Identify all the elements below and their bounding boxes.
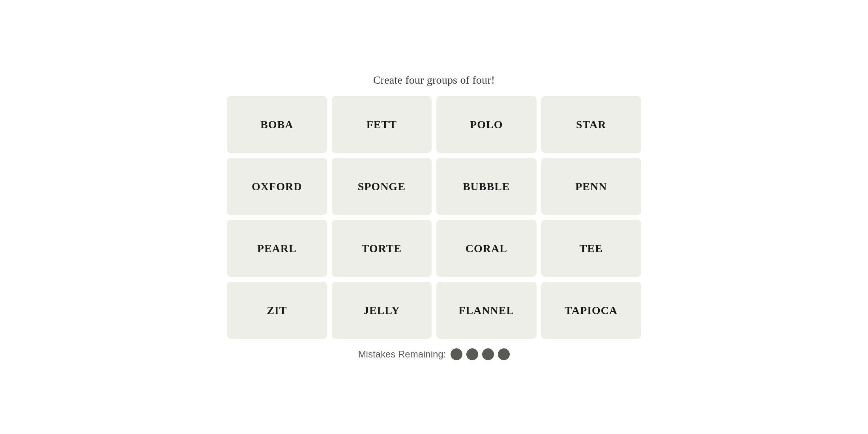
mistakes-row: Mistakes Remaining: xyxy=(358,348,510,360)
tile-boba[interactable]: BOBA xyxy=(227,96,327,153)
tile-bubble[interactable]: BUBBLE xyxy=(436,158,537,215)
tile-penn[interactable]: PENN xyxy=(541,158,642,215)
tile-grid: BOBAFETTPOLOSTAROXFORDSPONGEBUBBLEPENNPE… xyxy=(227,96,641,339)
tile-zit[interactable]: ZIT xyxy=(227,282,327,339)
tile-label-star: STAR xyxy=(576,118,606,131)
tile-oxford[interactable]: OXFORD xyxy=(227,158,327,215)
mistake-dot-3 xyxy=(482,348,494,360)
tile-star[interactable]: STAR xyxy=(541,96,642,153)
mistakes-label: Mistakes Remaining: xyxy=(358,349,446,360)
tile-label-boba: BOBA xyxy=(260,118,293,131)
tile-label-tapioca: TAPIOCA xyxy=(565,304,617,317)
tile-label-fett: FETT xyxy=(367,118,397,131)
tile-jelly[interactable]: JELLY xyxy=(332,282,432,339)
tile-tee[interactable]: TEE xyxy=(541,220,642,277)
tile-label-pearl: PEARL xyxy=(257,242,297,255)
tile-sponge[interactable]: SPONGE xyxy=(332,158,432,215)
tile-fett[interactable]: FETT xyxy=(332,96,432,153)
tile-torte[interactable]: TORTE xyxy=(332,220,432,277)
mistake-dot-2 xyxy=(466,348,478,360)
tile-label-flannel: FLANNEL xyxy=(458,304,514,317)
mistake-dot-4 xyxy=(498,348,510,360)
game-container: Create four groups of four! BOBAFETTPOLO… xyxy=(227,74,641,360)
tile-label-zit: ZIT xyxy=(267,304,287,317)
tile-label-oxford: OXFORD xyxy=(252,180,302,193)
tile-label-tee: TEE xyxy=(580,242,603,255)
mistake-dot-1 xyxy=(451,348,462,360)
tile-label-jelly: JELLY xyxy=(363,304,400,317)
tile-label-penn: PENN xyxy=(575,180,607,193)
tile-polo[interactable]: POLO xyxy=(436,96,537,153)
tile-label-sponge: SPONGE xyxy=(358,180,406,193)
tile-flannel[interactable]: FLANNEL xyxy=(436,282,537,339)
tile-tapioca[interactable]: TAPIOCA xyxy=(541,282,642,339)
tile-label-polo: POLO xyxy=(470,118,503,131)
mistakes-dots xyxy=(451,348,510,360)
tile-pearl[interactable]: PEARL xyxy=(227,220,327,277)
tile-label-coral: CORAL xyxy=(466,242,507,255)
tile-label-torte: TORTE xyxy=(361,242,402,255)
tile-label-bubble: BUBBLE xyxy=(463,180,510,193)
tile-coral[interactable]: CORAL xyxy=(436,220,537,277)
subtitle: Create four groups of four! xyxy=(373,74,495,86)
